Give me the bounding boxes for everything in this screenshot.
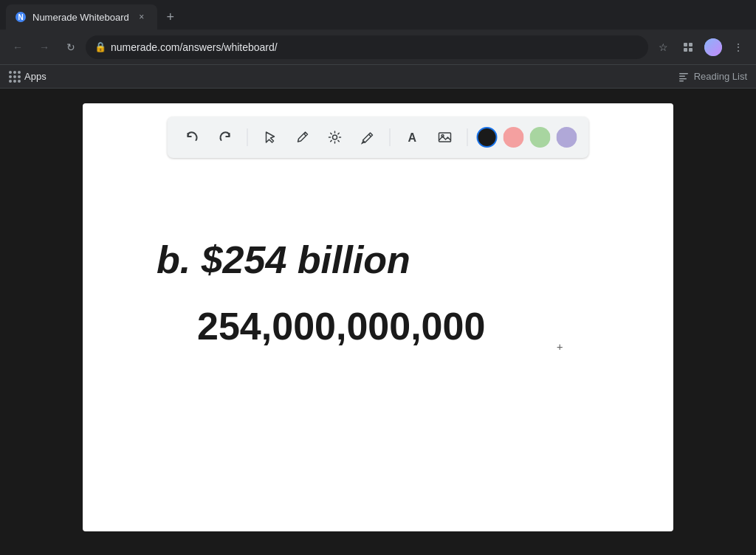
svg-rect-7 — [679, 75, 685, 77]
nav-bar: ← → ↻ 🔒 numerade.com/answers/whiteboard/… — [0, 30, 756, 65]
whiteboard[interactable]: A — [83, 103, 673, 531]
address-text: numerade.com/answers/whiteboard/ — [111, 41, 278, 53]
svg-rect-8 — [679, 78, 687, 80]
tab-close-button[interactable]: × — [135, 10, 148, 24]
svg-rect-3 — [689, 43, 693, 46]
bookmarks-bar: Apps Reading List — [0, 65, 756, 89]
apps-bookmark[interactable]: Apps — [9, 71, 47, 83]
new-tab-button[interactable]: + — [160, 7, 181, 27]
browser-window: N Numerade Whiteboard × + ← → ↻ 🔒 numera… — [0, 0, 756, 555]
canvas-content: b. $254 billion 254,000,000,000 + — [83, 103, 673, 531]
content-area: A — [0, 89, 756, 555]
apps-grid-icon — [9, 71, 21, 83]
chrome-menu-button[interactable]: ⋮ — [726, 35, 750, 59]
svg-text:+: + — [557, 341, 563, 353]
svg-text:b. $254 billion: b. $254 billion — [157, 238, 410, 281]
tab-title: Numerade Whiteboard — [32, 12, 129, 23]
lock-icon: 🔒 — [94, 41, 106, 52]
svg-rect-6 — [679, 73, 688, 75]
tab-bar: N Numerade Whiteboard × + — [0, 0, 756, 30]
svg-rect-9 — [679, 80, 684, 82]
svg-rect-2 — [684, 43, 687, 46]
bookmark-star-button[interactable]: ☆ — [651, 35, 675, 59]
svg-rect-5 — [689, 48, 693, 52]
svg-rect-4 — [684, 48, 687, 52]
profile-button[interactable] — [701, 35, 725, 59]
nav-right-buttons: ☆ ⋮ — [651, 35, 750, 59]
tab-favicon: N — [15, 11, 27, 23]
reading-list-button[interactable]: Reading List — [678, 71, 747, 83]
reload-button[interactable]: ↻ — [59, 35, 83, 59]
active-tab[interactable]: N Numerade Whiteboard × — [6, 4, 157, 30]
extensions-button[interactable] — [676, 35, 700, 59]
apps-label: Apps — [24, 71, 47, 82]
forward-button[interactable]: → — [32, 35, 56, 59]
address-bar[interactable]: 🔒 numerade.com/answers/whiteboard/ — [86, 35, 648, 59]
back-button[interactable]: ← — [6, 35, 30, 59]
svg-text:254,000,000,000: 254,000,000,000 — [197, 305, 485, 348]
reading-list-label: Reading List — [694, 71, 747, 82]
svg-text:N: N — [18, 13, 23, 21]
